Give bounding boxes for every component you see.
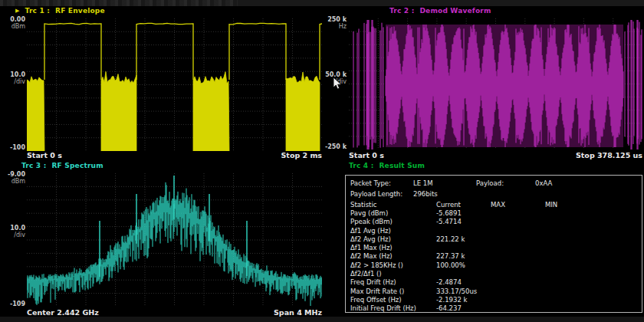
trc1-x-labels: Start 0 s Stop 2 ms [27, 151, 322, 159]
trc1-x-stop: Stop 2 ms [281, 151, 323, 159]
trc1-x-start: Start 0 s [27, 151, 62, 159]
trc3-title[interactable]: Trc 3 : RF Spectrum [21, 162, 104, 169]
bottom-edge-bar [0, 317, 644, 322]
result-summary-table: Packet Type: LE 1M Payload: 0xAA Payload… [345, 175, 642, 313]
result-table-row: Δf2 Max (Hz)227.37 k [346, 252, 642, 261]
trc3-title-name: RF Spectrum [51, 162, 103, 169]
stats-rows: Pavg (dBm)-5.6891Ppeak (dBm)-5.4714Δf1 A… [346, 209, 642, 314]
trc2-title[interactable]: Trc 2 : Demod Waveform [389, 7, 491, 15]
trc2-plot[interactable] [349, 18, 642, 150]
signal-analyzer-screen: ▶ Trc 1 : RF Envelope 0.00 dBm 10.0 /div… [0, 0, 644, 322]
trc3-plot[interactable] [27, 173, 322, 307]
trc3-y-div-label: 10.0 /div [1, 225, 25, 238]
trc2-y-bottom-label: -250 k [319, 143, 347, 150]
trc4-title[interactable]: Trc 4 : Result Sum [349, 162, 425, 169]
trc2-x-labels: Start 0 s Stop 378.125 us [349, 151, 642, 159]
result-table-row: Freq Drift (Hz)-2.4874 [346, 278, 642, 287]
payload-value: 0xAA [535, 179, 552, 187]
trc2-title-prefix: Trc 2 : [389, 7, 414, 15]
trc1-title-prefix: Trc 1 : [25, 7, 50, 15]
trc2-x-stop: Stop 378.125 us [576, 151, 642, 159]
result-table-row: Max Drift Rate ()333.17/50us [346, 288, 642, 296]
result-table-row: Freq Offset (Hz)-2.1932 k [346, 296, 642, 304]
trc3-y-bottom-label: -109 [1, 301, 25, 307]
trc4-title-name: Result Sum [379, 162, 425, 169]
trc3-x-span: Span 4 MHz [274, 308, 322, 317]
result-table-row: Δf1 Avg (Hz) [346, 227, 642, 235]
trc2-y-top-label: 250 k Hz [319, 16, 347, 30]
trc3-y-top-label: -9.00 dBm [1, 171, 25, 185]
mouse-cursor-icon [333, 77, 343, 90]
packet-type-value: LE 1M [413, 179, 433, 187]
trc1-plot[interactable] [27, 18, 322, 151]
trc1-y-top-label: 0.00 dBm [1, 16, 25, 30]
trc4-title-prefix: Trc 4 : [349, 162, 373, 169]
payload-label: Payload: [476, 179, 504, 187]
top-edge-bar [0, 0, 644, 6]
trc2-x-start: Start 0 s [349, 151, 384, 159]
result-table-row: Δf2/Δf1 () [346, 270, 642, 278]
active-trace-marker-icon: ▶ [15, 8, 20, 15]
trc1-title-name: RF Envelope [55, 7, 105, 15]
result-table-row: Δf1 Max (Hz) [346, 244, 642, 252]
payload-length-value: 296bits [413, 190, 438, 198]
trc1-title[interactable]: ▶ Trc 1 : RF Envelope [15, 7, 105, 15]
max-header: MAX [491, 201, 505, 209]
trc3-title-prefix: Trc 3 : [21, 162, 46, 169]
trc1-y-div-label: 10.0 /div [1, 71, 25, 85]
trc2-title-name: Demod Waveform [419, 7, 491, 15]
trc3-x-labels: Center 2.442 GHz Span 4 MHz [27, 308, 322, 317]
result-table-row: Δf2 Avg (Hz)221.22 k [346, 235, 642, 244]
trc3-x-center: Center 2.442 GHz [27, 308, 99, 317]
result-table-row: Δf2 > 185KHz ()100.00% [346, 261, 642, 270]
min-header: MIN [545, 201, 557, 209]
packet-type-row: Packet Type: LE 1M Payload: 0xAA [346, 179, 642, 188]
packet-type-label: Packet Type: [350, 179, 391, 187]
payload-length-row: Payload Length: 296bits [346, 190, 642, 199]
stats-header-row: Statistic Current MAX MIN [346, 201, 642, 209]
payload-length-label: Payload Length: [350, 190, 402, 198]
result-table-row: Initial Freq Drift (Hz)-64.237 [346, 304, 642, 313]
top-edge-texture [0, 0, 238, 6]
statistic-header: Statistic [350, 201, 376, 209]
result-table-row: Pavg (dBm)-5.6891 [346, 209, 642, 218]
trc1-y-bottom-label: -100 [1, 144, 25, 151]
current-header: Current [436, 201, 461, 209]
result-table-row: Ppeak (dBm)-5.4714 [346, 218, 642, 226]
